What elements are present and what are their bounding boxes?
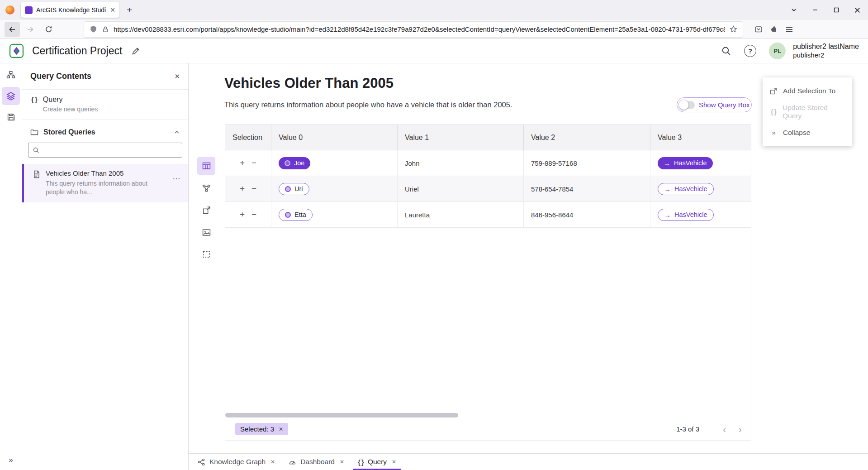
menu-item-add-selection-to[interactable]: Add Selection To (763, 81, 852, 101)
search-icon[interactable] (721, 46, 731, 56)
contents-layers-button[interactable] (2, 87, 20, 105)
reload-button[interactable] (41, 22, 56, 37)
next-page-icon[interactable]: › (739, 424, 742, 434)
tab-favicon-icon (25, 6, 33, 14)
menu-item-update-stored-query: { } Update Stored Query (763, 101, 852, 122)
hamburger-menu-icon[interactable] (785, 25, 793, 34)
relationship-pill[interactable]: →HasVehicle (658, 183, 714, 195)
forward-button[interactable] (23, 22, 38, 37)
table-view-button[interactable] (197, 157, 215, 175)
stored-queries-header[interactable]: Stored Queries (22, 120, 188, 142)
panel-close-icon[interactable]: ✕ (174, 72, 180, 81)
help-icon[interactable]: ? (744, 45, 756, 57)
save-button[interactable] (2, 108, 20, 126)
map-view-button[interactable] (197, 201, 215, 219)
select-tool-button[interactable] (197, 245, 215, 264)
table-row[interactable]: + − Etta Lauretta 846-956-8644 →HasVehic… (225, 202, 751, 228)
panel-title: Query Contents (30, 72, 91, 81)
window-controls (783, 0, 868, 20)
table-row[interactable]: + − Uri Uriel 578-654-7854 →HasVehicle (225, 176, 751, 202)
tab-close-icon[interactable]: ✕ (340, 459, 344, 465)
pocket-icon[interactable] (754, 25, 763, 34)
column-header[interactable]: Value 2 (524, 125, 650, 150)
cell-value: 759-889-57168 (524, 150, 650, 176)
add-selection-icon (769, 87, 778, 95)
url-bar[interactable]: https://dev0028833.esri.com/portal/apps/… (84, 22, 743, 37)
tab-close-icon[interactable]: ✕ (270, 459, 275, 465)
edit-title-icon[interactable] (131, 47, 140, 56)
back-button[interactable] (5, 22, 20, 37)
column-header[interactable]: Value 0 (271, 125, 398, 150)
entity-pill[interactable]: Joe (279, 157, 310, 169)
tab-label: Query (368, 458, 387, 466)
selected-count-chip[interactable]: Selected: 3 ✕ (235, 423, 288, 435)
user-name: publisher2 lastName (793, 42, 859, 51)
stored-query-title: Vehicles Older Than 2005 (46, 169, 152, 177)
tab-title: ArcGIS Knowledge Studio (36, 6, 106, 14)
column-header[interactable]: Value 3 (650, 125, 751, 150)
tab-close-icon[interactable]: ✕ (392, 459, 396, 465)
expand-row-icon[interactable]: + (240, 210, 245, 220)
expand-row-icon[interactable]: + (240, 158, 245, 168)
braces-icon: { } (358, 458, 364, 466)
stored-query-list-item[interactable]: Vehicles Older Than 2005 This query retu… (22, 164, 188, 202)
new-tab-button[interactable]: + (127, 5, 132, 15)
expand-rail-icon[interactable]: » (0, 456, 22, 465)
column-header[interactable]: Selection (225, 125, 271, 150)
table-empty-area (225, 228, 751, 413)
toggle-switch[interactable] (679, 101, 695, 109)
menu-item-collapse[interactable]: » Collapse (763, 122, 852, 143)
user-role: publisher2 (793, 51, 859, 60)
image-view-button[interactable] (197, 223, 215, 241)
tracking-shield-icon[interactable] (90, 25, 97, 33)
expand-row-icon[interactable]: + (240, 184, 245, 194)
extensions-puzzle-icon[interactable] (770, 25, 778, 34)
relationship-pill[interactable]: →HasVehicle (658, 209, 714, 221)
view-toolbar (197, 157, 215, 268)
chevron-up-icon[interactable] (174, 129, 180, 135)
item-options-icon[interactable]: … (172, 172, 181, 182)
entity-pill[interactable]: Uri (279, 183, 309, 195)
table-row[interactable]: + − Joe John 759-889-57168 →HasVehicle (225, 150, 751, 176)
browser-tab-strip: ArcGIS Knowledge Studio ✕ + (0, 0, 868, 20)
cell-value: 846-956-8644 (524, 202, 650, 227)
browser-tab[interactable]: ArcGIS Knowledge Studio ✕ (21, 2, 119, 18)
collapse-row-icon[interactable]: − (251, 184, 256, 194)
collapse-icon: » (769, 129, 778, 137)
window-minimize-button[interactable] (804, 0, 825, 20)
clear-selection-icon[interactable]: ✕ (279, 426, 283, 432)
show-query-box-toggle[interactable]: Show Query Box (677, 97, 752, 112)
entity-pill[interactable]: Etta (279, 209, 313, 221)
stored-queries-search[interactable] (28, 143, 182, 158)
lock-icon[interactable] (102, 26, 109, 33)
tab-dashboard[interactable]: Dashboard ✕ (282, 454, 351, 470)
stored-queries-search-input[interactable] (43, 147, 178, 154)
toggle-label: Show Query Box (699, 101, 750, 109)
tab-close-icon[interactable]: ✕ (110, 6, 115, 14)
cell-value: Uriel (398, 176, 524, 201)
stored-queries-title: Stored Queries (43, 128, 95, 136)
cell-value: John (398, 150, 524, 176)
folder-icon (30, 128, 38, 136)
tab-label: Dashboard (300, 458, 335, 466)
tab-query[interactable]: { } Query ✕ (351, 454, 403, 470)
tabs-list-chevron-icon[interactable] (783, 0, 804, 20)
avatar[interactable]: PL (769, 43, 786, 59)
window-maximize-button[interactable] (825, 0, 847, 20)
scrollbar-thumb[interactable] (225, 413, 458, 417)
bookmark-star-icon[interactable] (730, 25, 737, 33)
collapse-row-icon[interactable]: − (251, 158, 256, 168)
window-close-button[interactable] (847, 0, 868, 20)
relationship-pill[interactable]: →HasVehicle (658, 157, 713, 169)
collapse-row-icon[interactable]: − (251, 210, 256, 220)
query-item-label: Query (43, 96, 98, 104)
selected-count-label: Selected: 3 (240, 425, 274, 433)
link-chart-view-button[interactable] (197, 179, 215, 197)
data-model-button[interactable] (2, 66, 20, 84)
horizontal-scrollbar[interactable] (225, 413, 751, 417)
previous-page-icon[interactable]: ‹ (723, 424, 726, 434)
column-header[interactable]: Value 1 (398, 125, 524, 150)
browser-logo-icon[interactable] (5, 5, 14, 14)
new-query-item[interactable]: { } Query Create new queries (22, 90, 188, 120)
tab-knowledge-graph[interactable]: Knowledge Graph ✕ (191, 454, 282, 470)
